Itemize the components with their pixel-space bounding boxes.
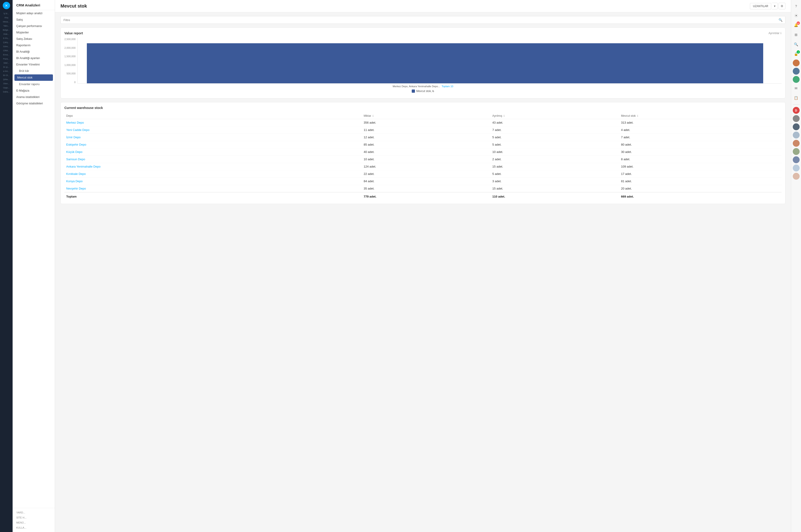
avatar-d[interactable]: D <box>793 107 800 114</box>
nav-footer-site[interactable]: SİTE H... <box>13 515 55 520</box>
lock-icon-button[interactable]: 🔒 3 <box>792 50 800 58</box>
cell-miktar-2: 12 adet. <box>362 134 491 141</box>
avatar-8[interactable] <box>793 148 800 155</box>
warehouse-link-3[interactable]: Eskişehir Depo <box>66 143 86 146</box>
sidebar-item-takv[interactable]: Takv... <box>1 24 12 27</box>
grid-icon-button[interactable]: ⊞ <box>792 31 800 39</box>
nav-item-e-magaza[interactable]: E-Mağaza <box>13 88 55 94</box>
hamburger-button[interactable]: ✕ <box>3 2 10 9</box>
cell-ayrilmis-0: 43 adet. <box>491 119 619 126</box>
sidebar-item-daha[interactable]: Daha... <box>1 90 12 93</box>
search-input[interactable] <box>63 18 779 22</box>
avatar-2[interactable] <box>793 68 800 75</box>
nav-item-musteriler[interactable]: Müşteriler <box>13 29 55 36</box>
col-header-miktar: Miktar ℹ <box>362 113 491 119</box>
cell-miktar-4: 40 adet. <box>362 148 491 156</box>
nav-item-envanter-raporu[interactable]: Envanter raporu <box>13 81 55 88</box>
svg-point-0 <box>796 15 797 16</box>
y-label-1000000: 1,000,000 <box>65 64 76 66</box>
warehouse-link-8[interactable]: Konya Depo <box>66 179 83 183</box>
total-label: Toplam <box>65 192 362 200</box>
nav-item-envanter-yonetimi[interactable]: Envanter Yönetimi <box>13 61 55 68</box>
message-icon-button[interactable]: ✉ <box>792 84 800 93</box>
nav-item-brut-kar[interactable]: Brüt kâr <box>13 68 55 74</box>
warehouse-link-0[interactable]: Merkez Depo <box>66 121 84 124</box>
list-icon-button[interactable]: 📋 <box>792 94 800 102</box>
cell-miktar-3: 85 adet. <box>362 141 491 148</box>
value-report-card: Value report Ayrıntılar ℹ 2,500,000 2,00… <box>60 27 785 98</box>
nav-item-bi-ayarlari[interactable]: BI Analitiği ayarları <box>13 55 55 61</box>
warehouse-link-9[interactable]: Nevşehir Depo <box>66 187 86 190</box>
toplam-link[interactable]: Toplam 10 <box>441 85 453 88</box>
cell-ayrilmis-2: 5 adet. <box>491 134 619 141</box>
warehouse-link-1[interactable]: Yeni Cadde Depo <box>66 128 89 132</box>
uzantilar-button[interactable]: UZANTILAR <box>750 3 771 10</box>
y-label-1500000: 1,500,000 <box>65 55 76 58</box>
avatar-6[interactable] <box>793 132 800 138</box>
avatar-11[interactable] <box>793 173 800 180</box>
avatar-9[interactable] <box>793 156 800 163</box>
warehouse-link-2[interactable]: İzmir Depo <box>66 135 81 139</box>
sidebar-item-sirke[interactable]: Şirke... <box>1 78 12 81</box>
warehouse-link-5[interactable]: Samsun Depo <box>66 157 85 161</box>
nav-item-satis-zekasi[interactable]: Satış Zekası <box>13 36 55 42</box>
nav-item-calisan[interactable]: Çalışan performansı <box>13 23 55 29</box>
y-label-2500000: 2,500,000 <box>65 38 76 40</box>
warehouse-table-title: Current warehouse stock <box>65 106 782 110</box>
sidebar-item-calis[interactable]: Çalış... <box>1 41 12 44</box>
help-icon-button[interactable]: ? <box>792 2 800 10</box>
nav-item-musteri-adayi[interactable]: Müşteri adayı analizi <box>13 10 55 17</box>
sidebar-item-bi-ol[interactable]: BI Ol... <box>1 74 12 77</box>
sidebar-item-oton[interactable]: Oton... <box>1 82 12 85</box>
nav-item-mevcut-stok[interactable]: Mevcut stok <box>15 74 53 81</box>
legend-color-box <box>412 90 415 93</box>
sidebar-item-enva[interactable]: Enva... <box>1 53 12 56</box>
nav-item-bi-analitigi[interactable]: BI Analitiği <box>13 49 55 55</box>
settings-icon-button[interactable] <box>792 12 800 20</box>
nav-item-satis[interactable]: Satış <box>13 17 55 23</box>
sidebar-item-e-po[interactable]: E-Po... <box>1 37 12 40</box>
nav-item-arama[interactable]: Arama istatistikleri <box>13 94 55 100</box>
cell-mevcut-0: 313 adet. <box>619 119 782 126</box>
search-icon-button[interactable]: 🔍 <box>792 40 800 49</box>
avatar-4[interactable] <box>793 115 800 122</box>
sidebar-item-belge[interactable]: Belge... <box>1 28 12 32</box>
cell-miktar-9: 35 adet. <box>362 185 491 192</box>
sidebar-item-crm[interactable]: CRM... <box>1 49 12 52</box>
sidebar-item-gore[interactable]: Göre... <box>1 45 12 48</box>
cell-ayrilmis-5: 2 adet. <box>491 156 619 163</box>
sidebar-item-ik[interactable]: İK içi... <box>1 65 12 69</box>
main-content: Mevcut stok UZANTILAR ▾ ⚙ 🔍 Value report… <box>55 0 791 532</box>
nav-footer-kulla[interactable]: KULLA... <box>13 525 55 530</box>
sidebar-item-is-bi[interactable]: İş bi... <box>1 12 12 15</box>
ayrintilar-link[interactable]: Ayrıntılar ℹ <box>768 32 782 35</box>
avatar-1[interactable] <box>793 59 800 66</box>
notification-bell-button[interactable]: 🔔 30 <box>792 21 800 29</box>
table-row: Merkez Depo 356 adet. 43 adet. 313 adet. <box>65 119 782 126</box>
nav-item-raporlarim[interactable]: Raporlarım <box>13 42 55 49</box>
avatar-5[interactable] <box>793 124 800 130</box>
warehouse-link-7[interactable]: Kırıkkale Depo <box>66 172 86 175</box>
table-header-row: Depo Miktar ℹ Ayrılmış ℹ Mevcut stok ℹ <box>65 113 782 119</box>
sidebar-item-disk[interactable]: Disk... <box>1 33 12 36</box>
avatar-3[interactable] <box>793 76 800 83</box>
settings-button[interactable]: ⚙ <box>779 3 785 10</box>
chart-container: 2,500,000 2,000,000 1,500,000 1,000,000 … <box>65 38 782 95</box>
sidebar-item-uygu[interactable]: Uygu... <box>1 86 12 89</box>
nav-footer-menu[interactable]: MENÜ... <box>13 520 55 525</box>
nav-footer-yard[interactable]: YARD... <box>13 510 55 515</box>
sidebar-item-mesa[interactable]: Mesa... <box>1 20 12 23</box>
warehouse-link-6[interactable]: Ankara Yenimahalle Depo <box>66 165 101 168</box>
chart-y-axis: 2,500,000 2,000,000 1,500,000 1,000,000 … <box>65 38 77 83</box>
sidebar-item-sitel[interactable]: Sitel... <box>1 61 12 64</box>
sidebar-item-e-imi[interactable]: e-İmi... <box>1 70 12 73</box>
sidebar-item-akis[interactable]: Akış <box>1 16 12 19</box>
avatar-10[interactable] <box>793 165 800 171</box>
uzantilar-dropdown-button[interactable]: ▾ <box>772 3 778 10</box>
nav-item-gorusme[interactable]: Görüşme istatistikleri <box>13 100 55 107</box>
cell-ayrilmis-3: 5 adet. <box>491 141 619 148</box>
warehouse-link-4[interactable]: Küçük Depo <box>66 150 83 154</box>
chart-legend: Mevcut stok, ₺ <box>65 90 782 93</box>
avatar-7[interactable] <box>793 140 800 147</box>
sidebar-item-paza[interactable]: Paza... <box>1 57 12 60</box>
